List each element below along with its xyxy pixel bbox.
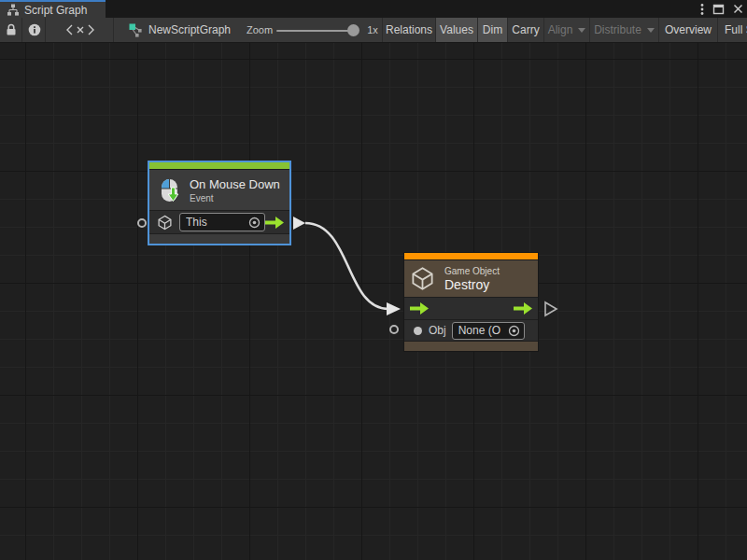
node-footer xyxy=(149,233,289,244)
zoom-slider[interactable] xyxy=(276,30,353,32)
flow-connection xyxy=(305,223,388,309)
mouse-down-icon xyxy=(155,176,183,204)
button-full-screen[interactable]: Full S xyxy=(717,18,747,42)
node-header[interactable]: On Mouse Down Event xyxy=(149,169,289,210)
tab-bar: Script Graph xyxy=(0,0,747,18)
cube-icon xyxy=(410,266,435,291)
lock-icon xyxy=(6,23,17,36)
target-field[interactable]: This xyxy=(179,213,265,231)
code-brackets-icon xyxy=(66,24,94,35)
node-title: Destroy xyxy=(444,277,500,292)
target-value: This xyxy=(186,216,248,229)
kebab-menu-icon[interactable] xyxy=(700,3,704,16)
chevron-down-icon xyxy=(647,28,655,33)
distribute-label: Distribute xyxy=(594,23,641,36)
target-row: This xyxy=(149,210,289,233)
target-input-port[interactable] xyxy=(137,218,147,228)
obj-label: Obj xyxy=(429,324,446,337)
info-button[interactable] xyxy=(23,18,46,42)
toggle-relations[interactable]: Relations xyxy=(382,18,435,42)
flow-output-port-connected[interactable] xyxy=(293,217,305,230)
lock-button[interactable] xyxy=(0,18,22,42)
zoom-label: Zoom xyxy=(245,18,275,42)
flow-in-arrow-icon xyxy=(410,302,429,315)
connection-arrowhead xyxy=(387,302,401,315)
node-on-mouse-down[interactable]: On Mouse Down Event This xyxy=(148,161,291,245)
flow-output-port-empty[interactable] xyxy=(545,302,557,315)
object-picker-icon[interactable] xyxy=(508,325,520,337)
align-label: Align xyxy=(548,23,573,36)
tab-title: Script Graph xyxy=(24,4,87,17)
close-icon[interactable] xyxy=(733,4,743,14)
node-subtitle: Event xyxy=(190,193,280,203)
obj-port-dot[interactable] xyxy=(414,327,422,335)
event-accent-bar xyxy=(149,162,289,169)
zoom-value: 1x xyxy=(363,18,382,42)
tab-script-graph[interactable]: Script Graph xyxy=(0,0,106,18)
object-picker-icon[interactable] xyxy=(248,217,261,229)
graph-toolbar: NewScriptGraph Zoom 1x Relations Values … xyxy=(0,18,747,43)
node-category: Game Object xyxy=(444,266,500,276)
cube-icon xyxy=(157,215,173,231)
dropdown-align[interactable]: Align xyxy=(543,18,589,42)
node-destroy[interactable]: Game Object Destroy Obj None (O xyxy=(403,252,539,352)
info-icon xyxy=(28,23,41,36)
maximize-icon[interactable] xyxy=(712,4,725,15)
obj-field[interactable]: None (O xyxy=(452,322,525,340)
zoom-slider-handle[interactable] xyxy=(347,24,359,36)
flow-row xyxy=(404,297,538,319)
gameobject-accent-bar xyxy=(404,253,538,259)
window-controls xyxy=(700,0,743,18)
graph-canvas[interactable]: On Mouse Down Event This xyxy=(0,43,747,560)
obj-input-port[interactable] xyxy=(389,325,399,334)
graph-name: NewScriptGraph xyxy=(148,23,231,36)
obj-value: None (O xyxy=(458,324,508,337)
toggle-values[interactable]: Values xyxy=(435,18,477,42)
graph-hierarchy-icon xyxy=(7,4,20,17)
node-footer xyxy=(404,341,538,351)
graph-selector[interactable]: NewScriptGraph xyxy=(129,18,246,42)
node-title: On Mouse Down xyxy=(190,177,280,191)
graph-asset-icon xyxy=(129,23,143,37)
button-overview[interactable]: Overview xyxy=(658,18,717,42)
chevron-down-icon xyxy=(578,28,585,33)
edit-source-button[interactable] xyxy=(47,18,114,42)
toggle-carry[interactable]: Carry xyxy=(507,18,543,42)
flow-out-arrow-icon xyxy=(514,302,532,315)
dropdown-distribute[interactable]: Distribute xyxy=(589,18,658,42)
toggle-dim[interactable]: Dim xyxy=(477,18,507,42)
connection-layer xyxy=(0,43,747,560)
obj-row: Obj None (O xyxy=(404,319,538,341)
node-header[interactable]: Game Object Destroy xyxy=(404,259,538,297)
flow-arrow-icon xyxy=(265,217,284,229)
script-graph-window: Script Graph xyxy=(0,0,747,560)
